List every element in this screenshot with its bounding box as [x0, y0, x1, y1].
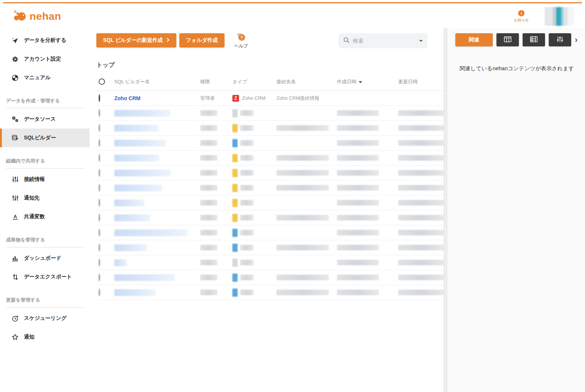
redacted-name — [114, 289, 155, 296]
datasource-icon — [11, 116, 19, 123]
redacted-type-icon — [232, 229, 238, 237]
search-input[interactable] — [353, 38, 416, 44]
row-connection: Zoho CRM接続情報 — [276, 95, 337, 102]
notifications-button[interactable]: i お知らせ — [514, 10, 529, 23]
scheduling-icon — [11, 315, 19, 322]
related-tab-button[interactable]: 関連 — [455, 33, 493, 46]
redacted-updated-date — [398, 275, 444, 280]
table-row-redacted[interactable] — [96, 270, 444, 285]
redacted-type-icon — [232, 214, 238, 222]
search-filter-caret-icon[interactable] — [419, 40, 423, 42]
redacted-connection — [276, 215, 329, 220]
sql-builder-table: SQL ビルダー名 権限 タイプ 接続先名 作成日時 更新日時 Zoho CRM — [96, 73, 444, 300]
redacted-type-icon — [232, 139, 238, 147]
redacted-type-label — [240, 200, 254, 206]
table-row-redacted[interactable] — [96, 166, 444, 180]
column-header-connection[interactable]: 接続先名 — [276, 78, 337, 85]
table-row-zoho-crm[interactable]: Zoho CRM 管理者 Z Zoho CRM Zoho CRM接続情報 — [96, 91, 444, 106]
table-row-redacted[interactable] — [96, 210, 444, 225]
brand-logo[interactable]: nehan — [13, 9, 61, 24]
table-columns-view-button[interactable] — [496, 33, 519, 46]
table-row-redacted[interactable] — [96, 240, 444, 255]
redacted-name — [114, 155, 159, 161]
table-row-redacted[interactable] — [96, 136, 444, 151]
table-row-redacted[interactable] — [96, 121, 444, 136]
table-grid-view-button[interactable] — [523, 33, 545, 46]
layout: データを分析する アカウント設定 — [0, 28, 585, 392]
sidebar-item-manual[interactable]: マニュアル — [0, 68, 90, 87]
table-grid-icon — [530, 36, 538, 43]
redacted-connection — [276, 155, 329, 161]
table-row-redacted[interactable] — [96, 106, 444, 121]
app-window: nehan i お知らせ データを分析する — [0, 2, 585, 392]
table-row-redacted[interactable] — [96, 285, 444, 300]
row-checkbox-redacted — [99, 288, 100, 296]
search-icon — [343, 37, 350, 45]
row-permission: 管理者 — [200, 95, 232, 102]
row-checkbox-redacted — [99, 169, 100, 177]
panel-expand-chevron-icon[interactable]: › — [575, 36, 578, 44]
table-row-redacted[interactable] — [96, 151, 444, 166]
search-box — [338, 33, 427, 48]
sliders-view-button[interactable] — [549, 33, 571, 46]
table-row-redacted[interactable] — [96, 180, 444, 195]
sidebar-item-data-export[interactable]: データエクスポート — [0, 268, 90, 286]
sidebar-item-analyze-data[interactable]: データを分析する — [0, 31, 90, 50]
sidebar-item-notification[interactable]: 通知 — [0, 328, 90, 346]
redacted-updated-date — [398, 230, 444, 235]
sort-caret-icon — [359, 79, 362, 84]
row-checkbox-redacted — [99, 214, 100, 222]
redacted-type-label — [240, 170, 254, 176]
new-sql-builder-button[interactable]: SQL ビルダーの新規作成 — [96, 33, 176, 47]
sidebar-item-datasource[interactable]: データソース — [0, 110, 90, 129]
help-button[interactable]: ? ヘルプ — [234, 33, 248, 49]
user-avatar[interactable] — [545, 7, 574, 26]
table-row-redacted[interactable] — [96, 195, 444, 210]
sidebar-item-label: 通知 — [24, 334, 34, 340]
table-row-redacted[interactable] — [96, 255, 444, 270]
column-header-name[interactable]: SQL ビルダー名 — [114, 78, 200, 85]
sql-builder-name-link[interactable]: Zoho CRM — [114, 95, 140, 101]
vertical-scrollbar[interactable] — [444, 28, 447, 392]
table-row-redacted[interactable] — [96, 225, 444, 240]
redacted-type-label — [240, 245, 254, 250]
redacted-type-icon — [232, 169, 238, 177]
column-header-updated[interactable]: 更新日時 — [398, 78, 444, 85]
header-right: i お知らせ — [514, 7, 574, 26]
sidebar-item-label: データエクスポート — [24, 274, 72, 280]
redacted-type-label — [240, 215, 254, 220]
row-checkbox[interactable] — [99, 94, 100, 102]
redacted-created-date — [337, 140, 379, 146]
redacted-permission — [200, 110, 217, 116]
create-folder-button[interactable]: フォルダ作成 — [179, 33, 225, 47]
redacted-connection — [276, 170, 329, 176]
sidebar-item-account-settings[interactable]: アカウント設定 — [0, 50, 90, 68]
redacted-updated-date — [398, 200, 444, 206]
column-header-created[interactable]: 作成日時 — [337, 78, 398, 85]
gear-icon — [11, 56, 19, 63]
redacted-created-date — [337, 215, 379, 220]
redacted-created-date — [337, 245, 379, 250]
sidebar-item-dashboard[interactable]: ダッシュボード — [0, 249, 90, 268]
help-label: ヘルプ — [234, 43, 248, 49]
sidebar-item-notify-destination[interactable]: 通知先 — [0, 189, 90, 207]
row-checkbox-redacted — [99, 184, 100, 192]
create-folder-label: フォルダ作成 — [186, 37, 218, 44]
sql-builder-icon — [11, 135, 19, 142]
column-header-created-label: 作成日時 — [337, 78, 356, 85]
sidebar-item-common-variables[interactable]: A 共通変数 — [0, 207, 90, 226]
redacted-name — [114, 274, 175, 281]
column-header-permission[interactable]: 権限 — [200, 78, 232, 85]
variable-icon: A — [11, 213, 19, 220]
nehan-logo-icon — [13, 9, 28, 24]
column-header-type[interactable]: タイプ — [232, 78, 276, 85]
row-type-label: Zoho CRM — [242, 95, 266, 101]
sidebar-item-scheduling[interactable]: スケジューリング — [0, 309, 90, 328]
export-icon — [11, 274, 19, 281]
sidebar-item-connection-info[interactable]: 接続情報 — [0, 170, 90, 189]
sidebar-item-sql-builder[interactable]: SQLビルダー — [0, 129, 90, 147]
help-icon: ? — [236, 33, 246, 43]
redacted-permission — [200, 125, 217, 131]
select-all-checkbox[interactable] — [99, 78, 105, 85]
row-checkbox-redacted — [99, 109, 100, 117]
